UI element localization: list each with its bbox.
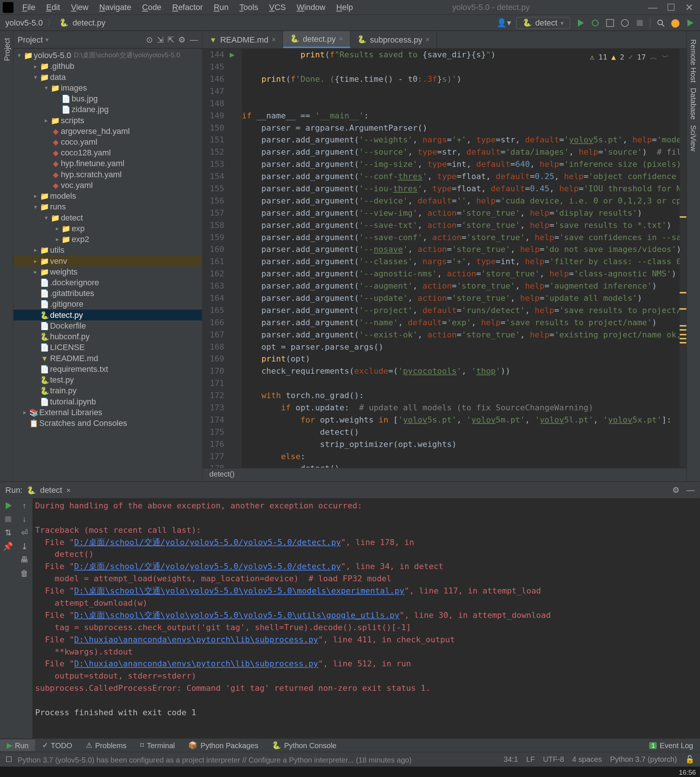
locate-icon[interactable]: ⊙ [146,35,153,44]
profile-button[interactable] [620,18,630,27]
run-config-combo[interactable]: 🐍 detect ▾ [516,17,570,29]
terminal-tab[interactable]: ⌑Terminal [133,740,182,751]
search-everywhere-icon[interactable] [656,18,666,27]
ide-update-icon[interactable]: ⬤ [671,18,680,27]
menu-refactor[interactable]: Refactor [168,0,207,14]
event-log-tab[interactable]: 1Event Log [643,740,700,751]
tree-item-scripts[interactable]: ▸📁scripts [14,115,202,126]
indent-info[interactable]: 4 spaces [572,755,602,764]
project-tool-tab[interactable]: Project [1,35,12,63]
run-tab[interactable]: ▶Run [0,740,35,751]
tree-item--gitignore[interactable]: 📄.gitignore [14,299,202,310]
inspection-widget[interactable]: ⚠11 ▲2 ✓17 ︿﹀ [587,52,672,63]
expand-icon[interactable]: ⇲ [157,35,163,44]
tree-item-utils[interactable]: ▸📁utils [14,245,202,255]
tab-close-icon[interactable]: × [339,35,343,43]
rerun-icon[interactable] [3,501,13,511]
tree-item-test-py[interactable]: 🐍test.py [14,374,202,385]
tree-item-hyp-scratch-yaml[interactable]: ◆hyp.scratch.yaml [14,169,202,180]
tree-item--dockerignore[interactable]: 📄.dockerignore [14,277,202,288]
menu-run[interactable]: Run [209,0,233,14]
editor-tab-README-md[interactable]: ▼README.md× [203,31,283,48]
tree-item-runs[interactable]: ▾📁runs [14,201,202,212]
python-packages-tab[interactable]: 📦Python Packages [182,740,265,751]
soft-wrap-icon[interactable]: ⏎ [21,528,28,538]
down-stack-icon[interactable]: ↓ [22,514,26,524]
collapse-icon[interactable]: ⇱ [168,35,174,44]
tree-item-coco-yaml[interactable]: ◆coco.yaml [14,137,202,147]
pin-icon[interactable]: 📌 [3,541,13,551]
up-stack-icon[interactable]: ↑ [22,501,26,511]
tree-item-hyp-finetune-yaml[interactable]: ◆hyp.finetune.yaml [14,158,202,169]
menu-navigate[interactable]: Navigate [95,0,136,14]
debug-button[interactable] [590,18,600,27]
tree-item-zidane-jpg[interactable]: 📄zidane.jpg [14,104,202,115]
print-icon[interactable]: 🖶 [20,555,28,565]
menu-window[interactable]: Window [292,0,330,14]
line-separator[interactable]: LF [526,755,535,764]
tree-item-train-py[interactable]: 🐍train.py [14,385,202,396]
stop-button[interactable] [635,18,645,27]
editor-breadcrumb[interactable]: detect() [203,468,686,481]
minimize-button[interactable]: — [648,2,657,13]
editor-tab-detect-py[interactable]: 🐍detect.py× [283,31,350,48]
menu-file[interactable]: File [18,0,40,14]
tree-item-README-md[interactable]: ▼README.md [14,353,202,364]
menu-edit[interactable]: Edit [42,0,65,14]
maximize-button[interactable]: ☐ [667,2,676,13]
lock-icon[interactable]: 🔓 [685,755,695,764]
tree-item-images[interactable]: ▾📁images [14,82,202,93]
menu-help[interactable]: Help [332,0,358,14]
restore-layout-icon[interactable]: ⇅ [5,528,12,538]
tree-item-models[interactable]: ▸📁models [14,190,202,201]
sciview-tab[interactable]: SciView [688,122,699,154]
editor-tab-subprocess-py[interactable]: 🐍subprocess.py× [350,31,437,48]
tree-item-Scratches-and-Consoles[interactable]: 📋Scratches and Consoles [14,418,202,428]
tab-close-icon[interactable]: × [272,36,276,43]
menu-code[interactable]: Code [137,0,166,14]
caret-position[interactable]: 34:1 [503,755,518,764]
tree-item-detect-py[interactable]: 🐍detect.py [14,310,202,321]
tree-item-Dockerfile[interactable]: 📄Dockerfile [14,321,202,331]
error-stripe[interactable] [680,49,686,468]
tree-item--github[interactable]: ▸📁.github [14,61,202,72]
tree-item-coco128-yaml[interactable]: ◆coco128.yaml [14,147,202,158]
close-button[interactable]: ✕ [685,2,693,13]
tree-item-argoverse_hd-yaml[interactable]: ◆argoverse_hd.yaml [14,126,202,137]
interpreter-info[interactable]: Python 3.7 (pytorch) [610,755,677,764]
tree-item-External-Libraries[interactable]: ▸📚External Libraries [14,407,202,418]
tree-item-exp[interactable]: ▸📁exp [14,223,202,234]
breadcrumb-project[interactable]: yolov5-5.0 [5,18,43,27]
tree-item--gitattributes[interactable]: 📄.gitattributes [14,288,202,299]
tree-item-tutorial-ipynb[interactable]: 📄tutorial.ipynb [14,396,202,407]
tree-item-requirements-txt[interactable]: 📄requirements.txt [14,364,202,374]
database-tab[interactable]: Database [688,85,699,123]
tab-close-icon[interactable]: × [426,36,430,43]
user-icon[interactable]: 👤▾ [497,18,511,27]
stop-run-icon[interactable] [3,514,13,524]
tree-item-hubconf-py[interactable]: 🐍hubconf.py [14,331,202,342]
file-encoding[interactable]: UTF-8 [543,755,564,764]
run-settings-icon[interactable]: ⚙ [672,485,680,495]
menu-tools[interactable]: Tools [235,0,263,14]
tree-item-venv[interactable]: ▸📁venv [14,256,202,266]
menu-view[interactable]: View [66,0,93,14]
remote-host-tab[interactable]: Remote Host [688,37,699,85]
ide-services-icon[interactable] [685,18,695,27]
tree-item-LICENSE[interactable]: 📄LICENSE [14,342,202,353]
tree-item-data[interactable]: ▾📁data [14,72,202,82]
clear-icon[interactable]: 🗑 [20,569,28,578]
run-button[interactable] [576,18,585,27]
close-tab-icon[interactable]: × [66,486,71,494]
console-output[interactable]: During handling of the above exception, … [33,498,700,738]
tree-item-voc-yaml[interactable]: ◆voc.yaml [14,180,202,190]
scroll-end-icon[interactable]: ⤓ [21,541,28,551]
problems-tab[interactable]: ⚠Problems [79,740,133,751]
hide-icon[interactable]: — [190,35,198,44]
tree-item-detect[interactable]: ▾📁detect [14,212,202,223]
tree-item-exp2[interactable]: ▸📁exp2 [14,234,202,245]
breadcrumb-file[interactable]: detect.py [72,18,105,27]
coverage-button[interactable] [605,18,615,27]
todo-tab[interactable]: ✓TODO [35,740,79,751]
tree-item-weights[interactable]: ▸📁weights [14,266,202,277]
